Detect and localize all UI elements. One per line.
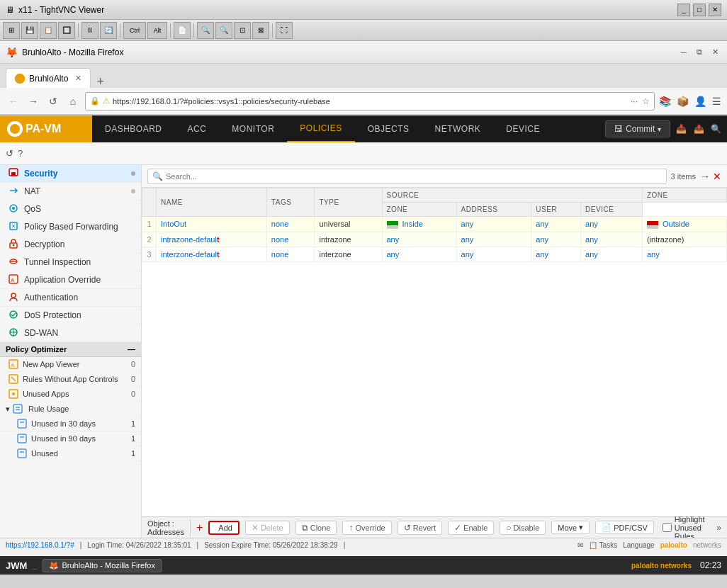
sidebar-item-pbf[interactable]: Policy Based Forwarding [0, 218, 141, 236]
clone-button[interactable]: ⧉ Clone [295, 521, 337, 535]
dst-zone-link-3[interactable]: any [647, 250, 660, 259]
src-user-link-3[interactable]: any [536, 250, 548, 259]
browser-tab-active[interactable]: BruhloAlto ✕ [6, 68, 91, 88]
src-device-link-3[interactable]: any [585, 250, 598, 259]
move-button[interactable]: Move ▾ [551, 521, 590, 534]
vnc-tb-btn-5[interactable]: ⏸ [81, 22, 98, 39]
row-name-link-3[interactable]: interzone-default [161, 250, 220, 259]
src-addr-link-3[interactable]: any [461, 250, 474, 259]
url-bookmark-btn[interactable]: ☆ [642, 96, 650, 106]
forward-btn[interactable]: → [26, 96, 41, 107]
content-close-btn[interactable]: ✕ [713, 171, 721, 182]
vnc-tb-btn-zoom-in[interactable]: 🔍 [197, 22, 214, 39]
vnc-tb-btn-zoom-fit[interactable]: ⊡ [234, 22, 251, 39]
url-text[interactable]: https://192.168.0.1/?#policies::vsys1::p… [113, 97, 628, 106]
policy-optimizer-collapse[interactable]: — [128, 345, 135, 354]
src-zone-link-2[interactable]: any [387, 235, 400, 244]
vnc-tb-btn-ctrl[interactable]: Ctrl [123, 22, 146, 39]
container-btn[interactable]: 📦 [677, 96, 689, 107]
ff-close-btn[interactable]: ✕ [709, 46, 721, 59]
commit-button[interactable]: 🖫 Commit ▾ [605, 120, 670, 137]
vnc-tb-btn-6[interactable]: 🔄 [100, 22, 117, 39]
add-button[interactable]: Add [208, 521, 239, 535]
nav-objects[interactable]: OBJECTS [355, 115, 422, 142]
back-btn[interactable]: ← [6, 96, 21, 107]
new-tab-btn[interactable]: + [96, 75, 104, 88]
revert-button[interactable]: ↺ Revert [398, 521, 442, 535]
dst-zone-link-1[interactable]: Outside [663, 220, 689, 228]
rule-usage-90days[interactable]: Unused in 90 days 1 [0, 431, 141, 446]
sidebar-item-sdwan[interactable]: SD-WAN [0, 324, 141, 342]
optimizer-new-app-viewer[interactable]: A New App Viewer 0 [0, 357, 141, 372]
vnc-tb-btn-alt[interactable]: Alt [147, 22, 167, 39]
vnc-close-btn[interactable]: ✕ [709, 4, 721, 16]
override-button[interactable]: ↑ Override [342, 521, 391, 535]
tab-close-btn[interactable]: ✕ [75, 74, 81, 83]
optimizer-rules-without-app[interactable]: Rules Without App Controls 0 [0, 372, 141, 387]
sidebar-item-tunnel[interactable]: Tunnel Inspection [0, 254, 141, 271]
toolbar-refresh-icon[interactable]: ↺ [6, 148, 13, 159]
nav-policies[interactable]: POLICIES [287, 115, 354, 142]
src-addr-link-2[interactable]: any [461, 235, 474, 244]
content-next-btn[interactable]: → [700, 171, 710, 182]
toolbar-help-icon[interactable]: ? [18, 148, 23, 159]
highlight-checkbox[interactable] [663, 523, 672, 532]
vnc-tb-btn-zoom-1[interactable]: ⊠ [252, 22, 269, 39]
src-zone-link-3[interactable]: any [387, 250, 400, 259]
nav-search-icon[interactable]: 🔍 [711, 124, 721, 134]
rule-usage-header[interactable]: ▾ Rule Usage [0, 402, 141, 417]
row-tags-link-1[interactable]: none [271, 220, 288, 228]
src-device-link-2[interactable]: any [585, 235, 598, 244]
vnc-minimize-btn[interactable]: _ [677, 4, 690, 16]
profile-btn[interactable]: 👤 [694, 96, 706, 107]
home-btn[interactable]: ⌂ [65, 96, 81, 107]
table-row[interactable]: 1 IntoOut none universal Inside any any [142, 217, 727, 232]
tasks-icon[interactable]: 📋 Tasks [589, 541, 617, 549]
nav-export-icon[interactable]: 📤 [694, 124, 704, 134]
nav-device[interactable]: DEVICE [493, 115, 553, 142]
table-row[interactable]: 2 intrazone-default none intrazone any a… [142, 232, 727, 247]
sidebar-item-qos[interactable]: QoS [0, 200, 141, 218]
optimizer-unused-apps[interactable]: Unused Apps 0 [0, 387, 141, 402]
sidebar-item-dos[interactable]: DoS Protection [0, 307, 141, 324]
sidebar-item-auth[interactable]: Authentication [0, 289, 141, 307]
nav-acc[interactable]: ACC [175, 115, 220, 142]
sidebar-item-security[interactable]: Security [0, 165, 141, 183]
row-tags-link-3[interactable]: none [271, 250, 288, 259]
sidebar-item-app-override[interactable]: A Application Override [0, 271, 141, 289]
vnc-tb-btn-7[interactable]: 📄 [174, 22, 191, 39]
synced-tabs-btn[interactable]: 📚 [659, 96, 671, 107]
vnc-tb-btn-1[interactable]: ⊞ [3, 22, 20, 39]
src-zone-link-1[interactable]: Inside [402, 220, 423, 228]
bottom-more-btn[interactable]: » [716, 523, 721, 533]
language-btn[interactable]: Language [623, 541, 655, 549]
mail-icon[interactable]: ✉ [577, 541, 583, 549]
search-box[interactable]: 🔍 [147, 169, 667, 184]
src-user-link-1[interactable]: any [536, 220, 548, 228]
vnc-tb-btn-3[interactable]: 📋 [40, 22, 57, 39]
ff-maximize-btn[interactable]: ⧉ [693, 46, 706, 59]
row-tags-link-2[interactable]: none [271, 235, 288, 244]
ff-minimize-btn[interactable]: ─ [677, 46, 690, 59]
taskbar-firefox-app[interactable]: 🦊 BruhloAlto - Mozilla Firefox [43, 559, 161, 572]
taskbar-jwm[interactable]: JWM [6, 560, 27, 571]
sidebar-item-nat[interactable]: NAT [0, 183, 141, 200]
reload-btn[interactable]: ↺ [45, 96, 61, 107]
nav-import-icon[interactable]: 📥 [676, 124, 687, 134]
vnc-maximize-btn[interactable]: □ [693, 4, 706, 16]
search-input[interactable] [166, 172, 662, 181]
nav-network[interactable]: NETWORK [422, 115, 494, 142]
table-row[interactable]: 3 interzone-default none interzone any a… [142, 247, 727, 261]
pdf-button[interactable]: 📄 PDF/CSV [595, 521, 654, 534]
disable-button[interactable]: ○ Disable [500, 521, 546, 535]
row-name-link-2[interactable]: intrazone-default [161, 235, 220, 244]
rule-usage-unused[interactable]: Unused 1 [0, 446, 141, 461]
delete-button[interactable]: ✕ Delete [245, 521, 290, 535]
vnc-tb-btn-4[interactable]: 🔲 [58, 22, 75, 39]
vnc-tb-btn-2[interactable]: 💾 [21, 22, 38, 39]
vnc-tb-btn-8[interactable]: ⛶ [276, 22, 293, 39]
rule-usage-30days[interactable]: Unused in 30 days 1 [0, 417, 141, 431]
src-device-link-1[interactable]: any [585, 220, 598, 228]
row-name-link-1[interactable]: IntoOut [161, 220, 186, 228]
src-addr-link-1[interactable]: any [461, 220, 474, 228]
